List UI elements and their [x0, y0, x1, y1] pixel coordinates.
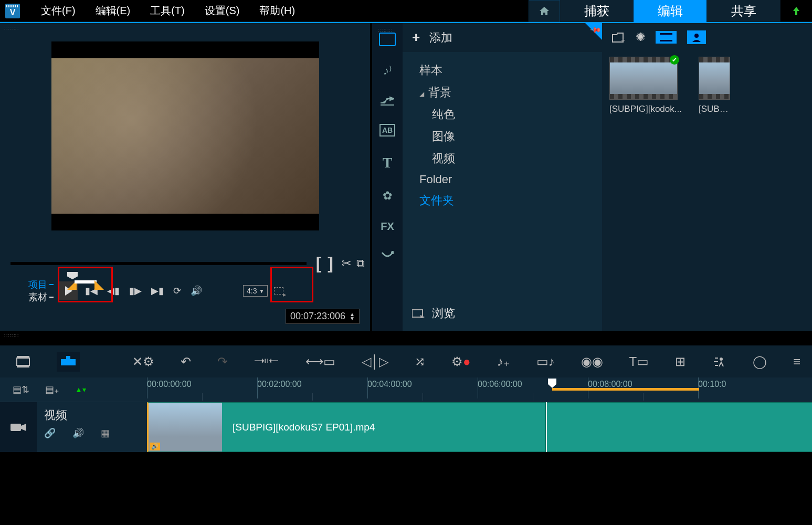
menu-settings[interactable]: 设置(S): [205, 4, 240, 18]
undo-icon[interactable]: ↶: [181, 354, 191, 369]
transitions-icon[interactable]: [381, 96, 394, 106]
view-film-button[interactable]: [656, 31, 677, 44]
tab-capture[interactable]: 捕获: [560, 0, 634, 22]
video-clip[interactable]: [SUBPIG][kodokuS7 EP01].mp4: [147, 402, 546, 452]
volume-button[interactable]: 🔊: [191, 285, 202, 297]
video-track-lane[interactable]: [SUBPIG][kodokuS7 EP01].mp4: [147, 402, 812, 452]
thumbnail-2[interactable]: [SUBPI(: [699, 57, 730, 114]
video-clip-2[interactable]: [547, 402, 812, 452]
tab-upload[interactable]: [781, 0, 812, 22]
add-media-button[interactable]: + 添加 📌: [403, 23, 602, 52]
view-person-button[interactable]: [687, 30, 706, 44]
grid-small-icon[interactable]: ▦: [101, 427, 110, 439]
ruler-mark: 00:04:00:00: [367, 380, 412, 389]
goto-end-button[interactable]: ▶▮: [151, 285, 164, 297]
redo-icon[interactable]: ↷: [217, 354, 228, 369]
tools-icon[interactable]: ✕⚙: [132, 354, 154, 369]
fx-library-icon[interactable]: FX: [381, 220, 394, 233]
marker-dropdown-icon[interactable]: ▲▾: [75, 385, 86, 394]
library-category-icons: ∷∷∷∷ ♪⁾ AB T ✿ FX: [372, 23, 403, 331]
scissors-icon[interactable]: ✂: [342, 257, 351, 270]
svg-point-6: [694, 34, 699, 38]
prev-frame-button[interactable]: ◀▮: [107, 285, 120, 297]
mark-in-button[interactable]: [: [313, 254, 325, 273]
menubar: 文件(F) 编辑(E) 工具(T) 设置(S) 帮助(H) 捕获 编辑 共享: [0, 0, 812, 22]
tree-background[interactable]: 背景: [403, 81, 602, 103]
split-view-icon[interactable]: ◁│▷: [362, 354, 388, 369]
panel-grip-2[interactable]: ∷∷∷∷: [374, 25, 397, 35]
title-tool-icon[interactable]: T▭: [629, 354, 649, 369]
mute-icon[interactable]: 🔊: [72, 427, 84, 439]
timeline-ruler[interactable]: 00:00:00:00 00:02:00:00 00:04:00:00 00:0…: [147, 377, 812, 402]
timeline-view-icon[interactable]: [57, 352, 80, 372]
thumbnail-1-label: [SUBPIG][kodok...: [609, 104, 688, 114]
split-clip-icon[interactable]: ⧉: [356, 257, 365, 270]
preview-frame: [51, 58, 319, 214]
overlap-icon[interactable]: ◉◉: [581, 354, 603, 369]
timeline-ruler-row: ▤⇅ ▤₊ ▲▾ 00:00:00:00 00:02:00:00 00:04:0…: [0, 377, 812, 402]
video-camera-icon: [10, 422, 26, 433]
3d-icon[interactable]: ◯: [753, 354, 767, 369]
menu-edit[interactable]: 编辑(E): [96, 4, 131, 18]
thumbnail-1[interactable]: ✔ [SUBPIG][kodok...: [609, 57, 688, 114]
scrub-track[interactable]: [10, 262, 307, 265]
tab-share[interactable]: 共享: [707, 0, 781, 22]
tree-wenjianjia[interactable]: 文件夹: [403, 190, 602, 212]
capture-icon[interactable]: ✺: [636, 30, 645, 44]
clip-thumbnail: [149, 403, 222, 452]
menu-tools[interactable]: 工具(T): [150, 4, 185, 18]
ruler-mark: 00:00:00:00: [147, 380, 192, 389]
svg-text:+: +: [621, 36, 625, 43]
svg-rect-4: [660, 33, 672, 35]
path-library-icon[interactable]: [381, 250, 394, 261]
tab-edit[interactable]: 编辑: [634, 0, 707, 22]
workspace: ∷∷∷∷ [ ] ✂ ⧉ 项目 素材 ▮◀ ◀: [0, 23, 812, 331]
resize-handle-icon[interactable]: [274, 287, 283, 295]
browse-button[interactable]: 浏览: [403, 300, 465, 327]
settings-bars-icon[interactable]: ≡: [793, 354, 800, 369]
storyboard-view-icon[interactable]: [16, 356, 30, 368]
tree-video[interactable]: 视频: [403, 148, 602, 170]
tree-sample[interactable]: 样本: [403, 59, 602, 81]
video-track-icon-cell[interactable]: [0, 402, 37, 452]
preview-video-area[interactable]: [51, 41, 319, 230]
audio-library-icon[interactable]: ♪⁾: [383, 64, 392, 78]
fit-width-icon[interactable]: ⭲⭰: [254, 354, 279, 369]
next-frame-button[interactable]: ▮▶: [129, 285, 142, 297]
track-menu-2-icon[interactable]: ▤₊: [45, 384, 59, 395]
text-library-icon[interactable]: T: [383, 154, 393, 171]
timecode-display[interactable]: 00:07:23:006 ▲▼: [286, 309, 360, 324]
tree-image[interactable]: 图像: [403, 125, 602, 148]
repeat-button[interactable]: ⟳: [173, 285, 181, 297]
fit-project-icon[interactable]: ⟷▭: [305, 354, 335, 369]
upload-arrow-icon: [791, 6, 802, 16]
graphics-library-icon[interactable]: ✿: [383, 189, 392, 203]
title-library-icon[interactable]: AB: [379, 124, 395, 136]
tab-home[interactable]: [529, 0, 560, 22]
link-icon[interactable]: 🔗: [44, 427, 56, 439]
tree-solid-color[interactable]: 纯色: [403, 103, 602, 125]
plus-icon: +: [412, 29, 420, 46]
track-menu-1-icon[interactable]: ▤⇅: [13, 384, 29, 395]
menu-help[interactable]: 帮助(H): [259, 4, 295, 18]
auto-music-icon[interactable]: ▭♪: [536, 354, 555, 369]
menu-file[interactable]: 文件(F): [41, 4, 76, 18]
panel-grip[interactable]: ∷∷∷∷: [0, 23, 370, 33]
insert-icon[interactable]: ⤮: [415, 354, 425, 369]
playback-controls: 项目 素材 ▮◀ ◀▮ ▮▶ ▶▮ ⟳ 🔊 4:3▼: [0, 273, 370, 303]
playhead[interactable]: [548, 379, 556, 388]
trim-marker[interactable]: [67, 272, 104, 290]
clip-label: [SUBPIG][kodokuS7 EP01].mp4: [233, 422, 375, 433]
motion-icon[interactable]: [712, 356, 726, 368]
mark-out-button[interactable]: ]: [324, 254, 336, 273]
grid-icon[interactable]: ⊞: [675, 354, 686, 369]
import-folder-icon[interactable]: +: [611, 32, 625, 43]
mode-project[interactable]: 项目: [28, 278, 54, 291]
panel-grip-3[interactable]: ∷∷∷∷: [0, 331, 812, 341]
audio-mixer-icon[interactable]: ♪₊: [497, 354, 510, 369]
tree-folder[interactable]: Folder: [403, 170, 602, 190]
record-icon[interactable]: ⚙●: [451, 354, 471, 369]
timecode-spinner[interactable]: ▲▼: [350, 312, 355, 321]
aspect-ratio-select[interactable]: 4:3▼: [243, 285, 268, 297]
mode-clip[interactable]: 素材: [28, 291, 54, 303]
